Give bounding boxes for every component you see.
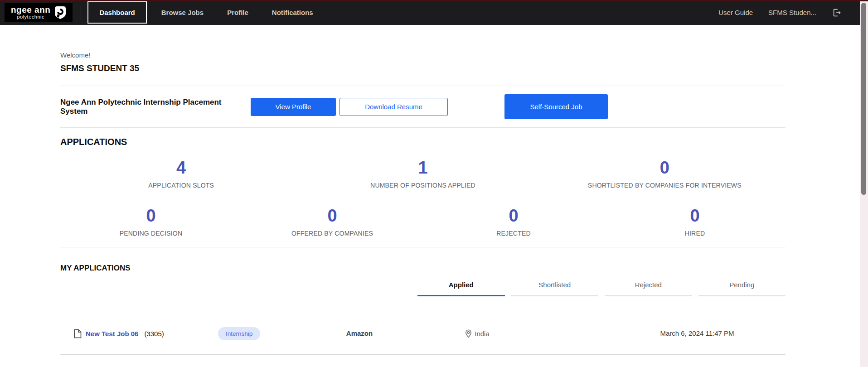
navbar-menu: Dashboard Browse Jobs Profile Notificati… (87, 0, 325, 25)
applications-heading: APPLICATIONS (60, 137, 786, 147)
job-location-cell: India (414, 329, 541, 338)
company-name: Amazon (346, 329, 373, 337)
stat-application-slots: 4 APPLICATION SLOTS (60, 158, 302, 189)
welcome-greeting: Welcome! (60, 50, 786, 60)
window-top-strip (0, 0, 868, 1)
profile-actions-bar: Ngee Ann Polytechnic Internship Placemen… (60, 86, 786, 127)
stat-label: NUMBER OF POSITIONS APPLIED (302, 182, 543, 189)
navbar-right: User Guide SFMS Studen... (718, 8, 860, 18)
tab-rejected[interactable]: Rejected (605, 277, 692, 296)
logo-text: ngee ann polytechnic (11, 5, 50, 19)
stat-value: 0 (423, 206, 604, 225)
job-location: India (475, 330, 490, 338)
divider (60, 127, 786, 128)
stat-pending-decision: 0 PENDING DECISION (60, 206, 242, 237)
tab-applied[interactable]: Applied (417, 277, 505, 296)
scrollbar-thumb[interactable] (861, 3, 866, 195)
stat-label: REJECTED (423, 230, 604, 237)
application-row: New Test Job 06 (3305) Internship Amazon (60, 320, 786, 347)
self-sourced-job-button[interactable]: Self-Sourced Job (504, 94, 608, 119)
stat-label: HIRED (604, 230, 786, 237)
account-name-link[interactable]: SFMS Studen... (768, 9, 816, 16)
stat-value: 0 (544, 158, 786, 177)
navbar-separator (81, 6, 81, 19)
stat-shortlisted: 0 SHORTLISTED BY COMPANIES FOR INTERVIEW… (544, 158, 786, 189)
stat-rejected: 0 REJECTED (423, 206, 604, 237)
nav-item-dashboard[interactable]: Dashboard (87, 1, 146, 24)
location-pin-icon (465, 329, 472, 338)
applications-stats-section: APPLICATIONS 4 APPLICATION SLOTS 1 NUMBE… (60, 137, 786, 237)
job-type-cell: Internship (218, 327, 305, 340)
stats-row-2: 0 PENDING DECISION 0 OFFERED BY COMPANIE… (60, 206, 786, 237)
stat-value: 4 (60, 158, 302, 177)
download-resume-button[interactable]: Download Resume (339, 98, 448, 116)
np-shield-icon (53, 5, 67, 20)
welcome-section: Welcome! SFMS STUDENT 35 (60, 25, 786, 74)
stat-label: SHORTLISTED BY COMPANIES FOR INTERVIEWS (544, 182, 786, 189)
stat-value: 0 (60, 206, 242, 225)
nav-item-notifications[interactable]: Notifications (260, 0, 325, 25)
student-name: SFMS STUDENT 35 (60, 63, 786, 74)
applied-date: March 6, 2024 11:47 PM (660, 329, 734, 337)
applications-tabs: Applied Shortlisted Rejected Pending (417, 277, 786, 296)
tab-shortlisted[interactable]: Shortlisted (511, 277, 599, 296)
tab-pending[interactable]: Pending (698, 277, 786, 296)
stat-positions-applied: 1 NUMBER OF POSITIONS APPLIED (302, 158, 543, 189)
stat-value: 0 (242, 206, 423, 225)
ngee-ann-logo[interactable]: ngee ann polytechnic (5, 3, 73, 22)
nav-item-profile[interactable]: Profile (215, 0, 260, 25)
page-scrollbar[interactable] (860, 0, 868, 367)
stat-value: 0 (604, 206, 786, 225)
job-title-cell: New Test Job 06 (3305) (74, 329, 218, 338)
logo-line1: ngee ann (11, 5, 50, 14)
job-id: (3305) (144, 330, 164, 338)
dashboard-page: ngee ann polytechnic Dashboard Browse Jo… (0, 0, 868, 367)
view-profile-button[interactable]: View Profile (251, 98, 336, 116)
job-title-link[interactable]: New Test Job 06 (86, 330, 138, 338)
my-applications-heading: MY APPLICATIONS (60, 264, 786, 273)
main-content: Welcome! SFMS STUDENT 35 Ngee Ann Polyte… (60, 25, 786, 355)
stat-label: PENDING DECISION (60, 230, 242, 237)
nav-item-browse-jobs[interactable]: Browse Jobs (150, 0, 215, 25)
stats-row-1: 4 APPLICATION SLOTS 1 NUMBER OF POSITION… (60, 158, 786, 189)
job-type-badge: Internship (218, 327, 260, 340)
my-applications-section: MY APPLICATIONS Applied Shortlisted Reje… (60, 264, 786, 347)
system-title: Ngee Ann Polytechnic Internship Placemen… (60, 98, 251, 116)
logout-icon[interactable] (832, 8, 842, 18)
divider (60, 247, 786, 247)
job-company-cell: Amazon (305, 329, 414, 338)
stat-hired: 0 HIRED (604, 206, 786, 237)
stat-label: OFFERED BY COMPANIES (242, 230, 423, 237)
document-icon (74, 329, 82, 338)
user-guide-link[interactable]: User Guide (718, 9, 753, 16)
job-date-cell: March 6, 2024 11:47 PM (541, 329, 786, 338)
stat-value: 1 (302, 158, 543, 177)
logo-line2: polytechnic (11, 14, 50, 19)
top-navbar: ngee ann polytechnic Dashboard Browse Jo… (0, 0, 860, 25)
stat-label: APPLICATION SLOTS (60, 182, 302, 189)
divider (60, 354, 786, 355)
stat-offered: 0 OFFERED BY COMPANIES (242, 206, 423, 237)
